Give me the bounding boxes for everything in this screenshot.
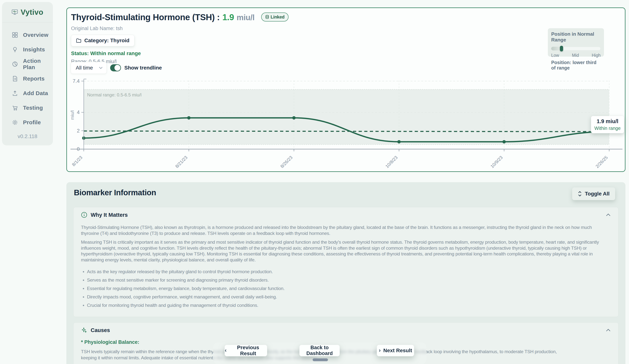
scroll-indicator-pill[interactable]: [313, 359, 328, 361]
svg-text:0: 0: [77, 146, 80, 152]
next-result-button[interactable]: › Next Result: [377, 345, 414, 356]
position-card-title: Position in Normal Range: [551, 31, 601, 43]
list-item: Acts as the key regulator released by th…: [81, 269, 611, 274]
tsh-chart[interactable]: Normal range: 0.5-6.5 miu/l0247.48/1/238…: [68, 77, 625, 171]
list-item: Serves as the most sensitive marker for …: [81, 277, 611, 283]
why-it-matters-card: Why It Matters Thyroid-Stimulating Hormo…: [73, 207, 619, 317]
chevron-up-icon[interactable]: [606, 213, 611, 217]
sparkle-icon: [81, 327, 87, 333]
sidebar-item-label: Action Plan: [23, 58, 53, 70]
chevron-right-icon: ›: [379, 347, 381, 353]
grid-icon: [12, 32, 18, 38]
sidebar-item-reports[interactable]: Reports: [12, 71, 53, 86]
svg-text:Normal range: 0.5-6.5 miu/l: Normal range: 0.5-6.5 miu/l: [87, 92, 142, 97]
why-it-matters-header[interactable]: Why It Matters: [81, 212, 611, 218]
category-chip[interactable]: Category: Thyroid: [71, 35, 135, 46]
sidebar: Vytivo Overview Insights: [2, 2, 53, 145]
gear-icon: [12, 119, 18, 125]
biomarker-information-title: Biomarker Information: [74, 188, 156, 197]
svg-text:8/21/23: 8/21/23: [174, 155, 188, 169]
position-summary: Position: lower third of range: [551, 60, 601, 71]
why-bullet-list: Acts as the key regulator released by th…: [81, 269, 611, 308]
time-range-value: All time: [76, 65, 93, 71]
value-unit: miu/l: [237, 13, 255, 22]
why-paragraph-1: Thyroid-Stimulating Hormone (TSH), also …: [81, 225, 611, 236]
monitor-pulse-icon: [11, 8, 18, 16]
database-icon: [265, 15, 269, 19]
biomarker-chart-card: Thyroid-Stimulating Hormone (TSH) : 1.9 …: [66, 7, 626, 172]
previous-result-label: Previous Result: [229, 345, 267, 357]
category-chip-label: Category: Thyroid: [84, 38, 129, 44]
info-icon: [81, 212, 87, 218]
linked-badge-label: Linked: [271, 14, 284, 20]
biomarker-title: Thyroid-Stimulating Hormone (TSH) :: [71, 12, 220, 22]
sidebar-item-add-data[interactable]: Add Data: [12, 86, 53, 101]
why-paragraph-2: Measuring TSH is critically important as…: [81, 239, 611, 263]
chevron-down-icon: [99, 67, 103, 69]
back-to-dashboard-label: Back to Dashboard: [300, 345, 339, 356]
sidebar-item-action-plan[interactable]: Action Plan: [12, 57, 53, 71]
biomarker-information-panel: Biomarker Information Toggle All Why It …: [66, 182, 626, 364]
range-slider-labels: Low Mid High: [551, 53, 601, 58]
page-title: Thyroid-Stimulating Hormone (TSH) : 1.9 …: [71, 12, 289, 23]
sidebar-item-label: Add Data: [23, 90, 48, 96]
label-mid: Mid: [572, 53, 579, 58]
sidebar-item-profile[interactable]: Profile: [12, 115, 53, 130]
svg-text:8/26/23: 8/26/23: [279, 155, 294, 169]
original-lab-name: Original Lab Name: tsh: [71, 26, 289, 31]
upload-icon: [12, 90, 18, 96]
chart-controls: All time Show trendline: [71, 62, 162, 74]
svg-text:7.4: 7.4: [73, 78, 80, 84]
app-name: Vytivo: [20, 8, 43, 16]
causes-title: Causes: [91, 327, 110, 333]
label-low: Low: [551, 53, 559, 58]
time-range-select[interactable]: All time: [71, 62, 107, 74]
folder-icon: [76, 38, 81, 43]
pie-chart-icon: [12, 61, 18, 67]
sidebar-item-label: Insights: [23, 46, 45, 53]
svg-text:4: 4: [77, 110, 80, 115]
list-item: Crucial for monitoring thyroid health an…: [81, 302, 611, 308]
sidebar-nav: Overview Insights Action Plan: [2, 22, 53, 130]
range-slider-thumb: [560, 46, 563, 51]
status-text: Status: Within normal range: [71, 50, 289, 56]
list-item: Essential for regulating metabolism, ene…: [81, 285, 611, 291]
chart-tooltip: 1.9 miu/l Within range: [591, 116, 624, 133]
sidebar-item-insights[interactable]: Insights: [12, 42, 53, 57]
svg-text:miu/l: miu/l: [70, 111, 75, 120]
app-version: v0.2.118: [2, 133, 53, 139]
trendline-toggle[interactable]: [110, 64, 121, 71]
linked-badge[interactable]: Linked: [261, 12, 289, 21]
current-value: 1.9: [222, 12, 234, 22]
svg-text:10/9/23: 10/9/23: [489, 155, 504, 169]
chevron-up-icon[interactable]: [606, 329, 611, 332]
svg-text:8/1/23: 8/1/23: [71, 155, 83, 167]
back-to-dashboard-button[interactable]: Back to Dashboard: [299, 345, 340, 356]
document-icon: [12, 76, 18, 82]
sidebar-item-label: Profile: [23, 119, 41, 125]
tooltip-status: Within range: [593, 125, 622, 131]
why-it-matters-title: Why It Matters: [91, 212, 128, 218]
sidebar-item-overview[interactable]: Overview: [12, 28, 53, 42]
expand-collapse-icon: [578, 191, 582, 197]
svg-text:10/8/23: 10/8/23: [384, 155, 399, 169]
causes-header[interactable]: Causes: [81, 327, 611, 333]
toggle-all-label: Toggle All: [585, 191, 610, 197]
list-item: Directly impacts mood, cognitive perform…: [81, 294, 611, 300]
chevron-left-icon: ‹: [225, 347, 227, 353]
range-slider: [551, 46, 601, 51]
sidebar-item-label: Overview: [23, 32, 48, 38]
trendline-toggle-label: Show trendline: [124, 65, 162, 71]
sidebar-item-testing[interactable]: Testing: [12, 101, 53, 115]
chart-card-header: Thyroid-Stimulating Hormone (TSH) : 1.9 …: [71, 12, 289, 64]
tooltip-value: 1.9 miu/l: [593, 118, 622, 124]
sidebar-item-label: Reports: [23, 76, 44, 82]
label-high: High: [592, 53, 601, 58]
toggle-all-button[interactable]: Toggle All: [572, 187, 615, 200]
next-result-label: Next Result: [383, 348, 412, 354]
toggle-knob: [114, 65, 120, 71]
position-in-range-card: Position in Normal Range Low Mid High Po…: [548, 28, 604, 57]
sidebar-item-label: Testing: [23, 105, 43, 111]
previous-result-button[interactable]: ‹ Previous Result: [225, 345, 267, 356]
lightbulb-icon: [12, 46, 18, 53]
